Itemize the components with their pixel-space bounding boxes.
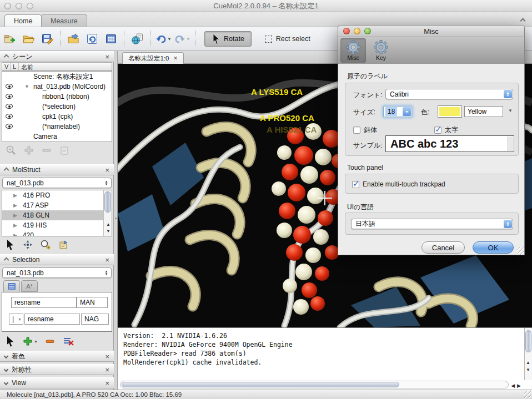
undo-dropdown-arrow[interactable]: ▼ bbox=[167, 37, 172, 42]
color-panel-header[interactable]: 着色 × bbox=[0, 351, 114, 362]
molstruct-scrollbar[interactable]: ▲▼ bbox=[103, 190, 112, 236]
window-resize-grip[interactable] bbox=[524, 391, 531, 398]
ok-button[interactable]: OK bbox=[473, 241, 514, 254]
font-select[interactable]: Calibri ▲▼ bbox=[385, 89, 513, 99]
size-combo[interactable]: 18 ▼ bbox=[383, 106, 412, 117]
scene-view-tab[interactable]: 名称未設定1:0 × bbox=[122, 52, 184, 64]
column-name[interactable]: 名前 bbox=[19, 63, 112, 70]
tree-row-selection[interactable]: (*selection) bbox=[2, 102, 112, 112]
eye-icon[interactable] bbox=[6, 124, 13, 129]
dialog-minimize-button[interactable] bbox=[354, 28, 360, 34]
dialog-resize-grip[interactable] bbox=[517, 248, 524, 255]
close-icon[interactable]: × bbox=[105, 166, 109, 174]
tree-row-camera[interactable]: Camera bbox=[2, 132, 112, 142]
scrollbar-thumb[interactable] bbox=[104, 191, 111, 213]
collapse-icon[interactable] bbox=[4, 54, 9, 59]
view-panel-header[interactable]: View × bbox=[0, 377, 114, 388]
residue-row[interactable]: ▶417 ASP bbox=[2, 200, 112, 210]
residue-row[interactable]: ▶416 PRO bbox=[2, 190, 112, 200]
collapse-icon[interactable] bbox=[4, 167, 9, 173]
zoom-tool-button[interactable] bbox=[6, 145, 17, 156]
residue-row[interactable]: ▶420 bbox=[2, 230, 112, 236]
tree-row-cpk[interactable]: cpk1 (cpk) bbox=[2, 112, 112, 122]
selection-value-input[interactable]: NAG bbox=[81, 314, 109, 325]
add-object-button[interactable] bbox=[23, 145, 34, 156]
tree-row-namelabel[interactable]: (*namelabel) bbox=[2, 122, 112, 132]
console-vscroll-arrows[interactable]: ▲▼ bbox=[524, 359, 532, 373]
close-icon[interactable]: × bbox=[105, 366, 109, 373]
remove-term-button[interactable] bbox=[44, 336, 56, 347]
selection-list-tab[interactable] bbox=[3, 280, 20, 292]
expand-triangle-icon[interactable]: ▼ bbox=[24, 84, 29, 89]
save-scene-button[interactable] bbox=[39, 31, 56, 47]
disclosure-icon[interactable]: ▶ bbox=[13, 213, 17, 218]
residue-row[interactable]: ▶419 HIS bbox=[2, 220, 112, 230]
properties-button[interactable] bbox=[59, 145, 70, 156]
rotate-tool-button[interactable]: Rotate bbox=[204, 31, 252, 47]
collapse-icon[interactable] bbox=[4, 354, 8, 358]
scrollbar-thumb[interactable] bbox=[122, 382, 399, 387]
tab-measure[interactable]: Measure bbox=[41, 14, 87, 27]
selection-text-tab[interactable]: A* bbox=[21, 280, 38, 292]
disclosure-icon[interactable]: ▶ bbox=[13, 203, 17, 208]
close-tab-icon[interactable]: × bbox=[174, 54, 178, 62]
console-horizontal-scrollbar[interactable] bbox=[120, 381, 509, 388]
close-icon[interactable]: × bbox=[105, 53, 109, 60]
redo-dropdown-arrow[interactable]: ▼ bbox=[186, 37, 190, 42]
tree-row-scene[interactable]: Scene: 名称未設定1 bbox=[2, 72, 112, 82]
dialog-close-button[interactable] bbox=[343, 28, 350, 34]
scene-panel-header[interactable]: シーン × bbox=[0, 51, 114, 62]
column-lock[interactable]: L bbox=[11, 63, 19, 70]
selection-value-input[interactable]: MAN bbox=[77, 297, 108, 308]
tree-row-ribbon[interactable]: ribbon1 (ribbon) bbox=[2, 92, 112, 102]
eye-icon[interactable] bbox=[6, 104, 13, 109]
symmetry-panel-header[interactable]: 対称性 × bbox=[0, 364, 114, 375]
cancel-button[interactable]: Cancel bbox=[421, 241, 465, 254]
scrollbar-thumb[interactable] bbox=[525, 330, 531, 352]
collapse-icon[interactable] bbox=[4, 367, 8, 372]
tab-home[interactable]: Home bbox=[4, 14, 42, 27]
clear-selection-button[interactable] bbox=[62, 336, 74, 347]
open-scene-button[interactable] bbox=[20, 31, 37, 47]
collapse-icon[interactable] bbox=[4, 257, 9, 262]
color-name-input[interactable]: Yellow bbox=[464, 106, 503, 117]
dialog-tab-key[interactable]: Key bbox=[368, 38, 394, 63]
select-tool-button[interactable] bbox=[6, 239, 16, 250]
dialog-zoom-button[interactable] bbox=[364, 28, 371, 34]
open-file-button[interactable] bbox=[65, 31, 82, 47]
undo-button[interactable]: ▼ bbox=[155, 31, 172, 47]
column-visible[interactable]: V bbox=[2, 63, 11, 70]
residue-row-selected[interactable]: ▶418 GLN bbox=[2, 210, 112, 220]
new-scene-button[interactable] bbox=[1, 31, 18, 47]
color-dropdown-arrow-icon[interactable]: ▼ bbox=[508, 108, 513, 113]
ribbon-collapse-button[interactable] bbox=[521, 17, 529, 23]
eye-icon[interactable] bbox=[6, 94, 13, 99]
scrollbar-arrows[interactable]: ▲▼ bbox=[104, 221, 112, 235]
selection-field-input[interactable]: resname bbox=[24, 314, 80, 325]
disclosure-icon[interactable]: ▶ bbox=[13, 193, 17, 198]
close-icon[interactable]: × bbox=[105, 353, 109, 360]
center-view-button[interactable] bbox=[22, 239, 33, 250]
select-tool-button[interactable] bbox=[6, 336, 16, 347]
embed-object-button[interactable] bbox=[103, 31, 119, 47]
selection-molecule-select[interactable]: nat_013.pdb ▲▼ bbox=[2, 267, 112, 278]
sidebar-splitter[interactable] bbox=[114, 51, 118, 390]
dropdown-arrow-icon[interactable]: ▼ bbox=[403, 107, 411, 116]
remove-object-button[interactable] bbox=[41, 145, 52, 156]
close-icon[interactable]: × bbox=[105, 380, 109, 387]
color-swatch[interactable] bbox=[438, 105, 462, 118]
disclosure-icon[interactable]: ▶ bbox=[13, 233, 17, 236]
molstruct-molecule-select[interactable]: nat_013.pdb ▲▼ bbox=[2, 178, 112, 188]
eye-icon[interactable] bbox=[6, 84, 13, 89]
properties-button[interactable] bbox=[58, 239, 69, 250]
redo-button[interactable]: ▼ bbox=[174, 31, 190, 47]
tree-row-molecule[interactable]: ▼nat_013.pdb (MolCoord) bbox=[2, 82, 112, 92]
collapse-icon[interactable] bbox=[4, 381, 8, 385]
language-select[interactable]: 日本語 ▲▼ bbox=[351, 219, 513, 229]
bold-checkbox[interactable]: 太字 bbox=[434, 125, 458, 135]
eye-icon[interactable] bbox=[6, 114, 13, 119]
close-icon[interactable]: × bbox=[105, 256, 109, 264]
disclosure-icon[interactable]: ▶ bbox=[13, 223, 17, 228]
dialog-tab-misc[interactable]: Misc bbox=[340, 38, 366, 63]
selection-op-select[interactable]: |▼ bbox=[9, 314, 23, 325]
